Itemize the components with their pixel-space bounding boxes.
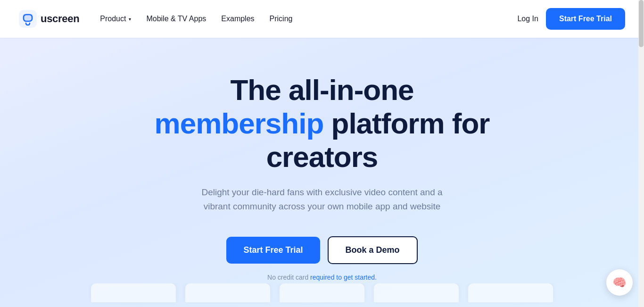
login-link[interactable]: Log In <box>517 15 538 23</box>
scrollbar-thumb[interactable] <box>639 0 644 47</box>
bottom-card-3 <box>280 283 364 302</box>
chat-brain-icon: 🧠 <box>612 276 627 289</box>
no-credit-card-text: No credit card required to get started. <box>267 274 377 281</box>
bottom-card-5 <box>468 283 553 302</box>
nav-mobile-tv[interactable]: Mobile & TV Apps <box>140 11 212 27</box>
hero-section: The all-in-one membership platform forcr… <box>0 38 644 307</box>
bottom-cards-hint <box>0 283 644 307</box>
hero-title-highlight: membership <box>155 107 324 140</box>
nav-right: Log In Start Free Trial <box>517 8 625 30</box>
nav-links: Product ▾ Mobile & TV Apps Examples Pric… <box>94 11 517 27</box>
chat-widget-button[interactable]: 🧠 <box>606 269 633 296</box>
nav-cta-button[interactable]: Start Free Trial <box>546 8 625 30</box>
hero-cta-secondary-button[interactable]: Book a Demo <box>328 236 418 264</box>
bottom-card-4 <box>374 283 459 302</box>
bottom-card-2 <box>185 283 270 302</box>
nav-product[interactable]: Product ▾ <box>94 11 137 27</box>
hero-subtitle: Delight your die-hard fans with exclusiv… <box>190 185 454 214</box>
logo-link[interactable]: uscreen <box>19 10 79 28</box>
no-cc-link-text: required to get started. <box>310 274 377 281</box>
bottom-card-1 <box>91 283 176 302</box>
product-chevron-icon: ▾ <box>129 17 131 22</box>
logo-icon <box>19 10 37 28</box>
nav-pricing[interactable]: Pricing <box>264 11 298 27</box>
brand-name: uscreen <box>41 13 79 25</box>
hero-title: The all-in-one membership platform forcr… <box>155 73 490 174</box>
navbar: uscreen Product ▾ Mobile & TV Apps Examp… <box>0 0 644 38</box>
hero-cta-primary-button[interactable]: Start Free Trial <box>226 237 320 264</box>
hero-buttons: Start Free Trial Book a Demo <box>226 236 417 264</box>
nav-examples[interactable]: Examples <box>215 11 260 27</box>
scrollbar-track[interactable] <box>638 0 644 307</box>
